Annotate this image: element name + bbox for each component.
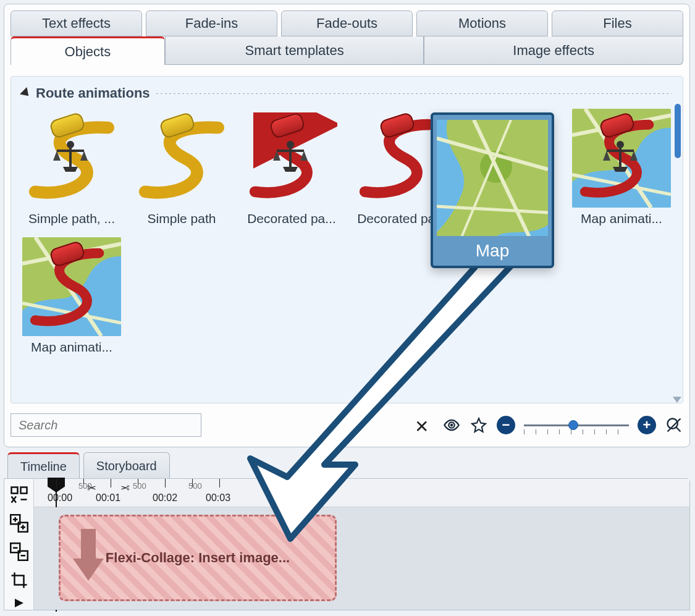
ruler-label: 00:01 [96, 492, 120, 504]
thumb-decorated-path-1[interactable]: Decorated pa... [242, 109, 341, 226]
thumb-label: Map animati... [581, 211, 662, 226]
zoom-slider-knob[interactable] [568, 420, 578, 430]
ruler-label: 00:02 [153, 492, 177, 504]
zoom-reset-icon[interactable] [665, 416, 683, 434]
balance-icon [52, 140, 89, 177]
timeline-tabs: Timeline Storyboard [4, 451, 690, 479]
search-input[interactable] [11, 413, 201, 437]
collapse-arrow-icon [20, 87, 32, 99]
drag-preview-card[interactable]: Map [431, 112, 554, 268]
zoom-out-button[interactable]: − [497, 416, 515, 434]
tab-fade-ins[interactable]: Fade-ins [146, 11, 277, 36]
thumb-simple-path-1[interactable]: Simple path, ... [22, 109, 121, 226]
scrollbar-thumb[interactable] [675, 104, 681, 158]
thumb-label: Decorated pa... [247, 211, 336, 226]
map-thumbnail-icon [437, 120, 548, 236]
cut-scissor-icon[interactable]: ✂ [120, 481, 130, 495]
thumbnails-grid: Simple path, ... Simple path [22, 109, 672, 355]
tab-storyboard[interactable]: Storyboard [83, 452, 170, 479]
toolbox-bottom-bar: ✕ − + [11, 412, 683, 438]
insert-arrow-icon [73, 529, 104, 584]
drag-card-label: Map [476, 241, 509, 261]
tab-smart-templates[interactable]: Smart templates [165, 36, 424, 65]
ruler-label: 00:00 [48, 492, 72, 504]
tabs-row-top: Text effects Fade-ins Fade-outs Motions … [4, 4, 689, 36]
tab-fade-outs[interactable]: Fade-outs [281, 11, 413, 36]
cut-scissor-icon[interactable]: ✂ [87, 481, 96, 495]
timeline-ruler[interactable]: 00:00 500 00:01 500 00:02 500 00:03 ✂ ✂ [34, 479, 689, 507]
tab-files[interactable]: Files [552, 11, 683, 36]
thumb-label: Simple path, ... [28, 211, 115, 226]
timeline-side-tools [4, 479, 34, 610]
search-container: ✕ [11, 413, 434, 437]
svg-rect-21 [11, 487, 17, 494]
balance-icon [272, 140, 309, 177]
section-divider [156, 93, 672, 94]
ruler-small-label: 500 [133, 481, 146, 491]
scroll-down-icon[interactable] [673, 397, 681, 403]
thumb-map-animation-2[interactable]: Map animati... [22, 237, 121, 355]
timeline-track[interactable]: Flexi-Collage: Insert image... [34, 507, 689, 610]
clear-search-icon[interactable]: ✕ [415, 416, 429, 437]
section-title: Route animations [36, 85, 150, 101]
drop-target[interactable]: Flexi-Collage: Insert image... [59, 515, 337, 601]
section-header[interactable]: Route animations [22, 85, 672, 101]
tool-play-icon[interactable] [8, 597, 30, 609]
thumb-label: Map animati... [31, 340, 112, 355]
thumb-map-animation-1[interactable]: Map animati... [572, 109, 671, 226]
timeline-panel: Timeline Storyboard [4, 451, 690, 610]
drop-target-label: Flexi-Collage: Insert image... [106, 550, 290, 566]
tab-timeline[interactable]: Timeline [7, 452, 80, 479]
zoom-slider[interactable] [524, 423, 629, 427]
tab-text-effects[interactable]: Text effects [11, 11, 142, 36]
zoom-in-button[interactable]: + [638, 416, 656, 434]
tab-image-effects[interactable]: Image effects [424, 36, 683, 65]
tab-objects[interactable]: Objects [11, 36, 165, 65]
tool-frames-icon[interactable] [8, 484, 30, 506]
preview-eye-icon[interactable] [442, 416, 461, 434]
thumb-label: Simple path [148, 211, 216, 226]
ruler-small-label: 500 [188, 481, 202, 491]
toolbox-panel: Text effects Fade-ins Fade-outs Motions … [4, 4, 690, 447]
timeline-body: 00:00 500 00:01 500 00:02 500 00:03 ✂ ✂ … [4, 478, 690, 610]
gallery-scrollbar[interactable] [672, 77, 683, 403]
thumb-simple-path-2[interactable]: Simple path [132, 109, 231, 226]
tab-motions[interactable]: Motions [416, 11, 548, 36]
tabs-row-main: Objects Smart templates Image effects [4, 36, 689, 65]
ruler-label: 00:03 [206, 492, 230, 504]
svg-line-19 [676, 428, 681, 432]
tool-crop-icon[interactable] [8, 569, 30, 591]
svg-rect-22 [20, 487, 27, 494]
tool-add-group-icon[interactable] [8, 512, 30, 534]
svg-point-17 [450, 424, 453, 427]
favorite-star-icon[interactable] [470, 416, 488, 434]
tool-remove-group-icon[interactable] [8, 541, 30, 563]
balance-icon [602, 140, 639, 177]
gallery: Route animations [11, 76, 683, 403]
